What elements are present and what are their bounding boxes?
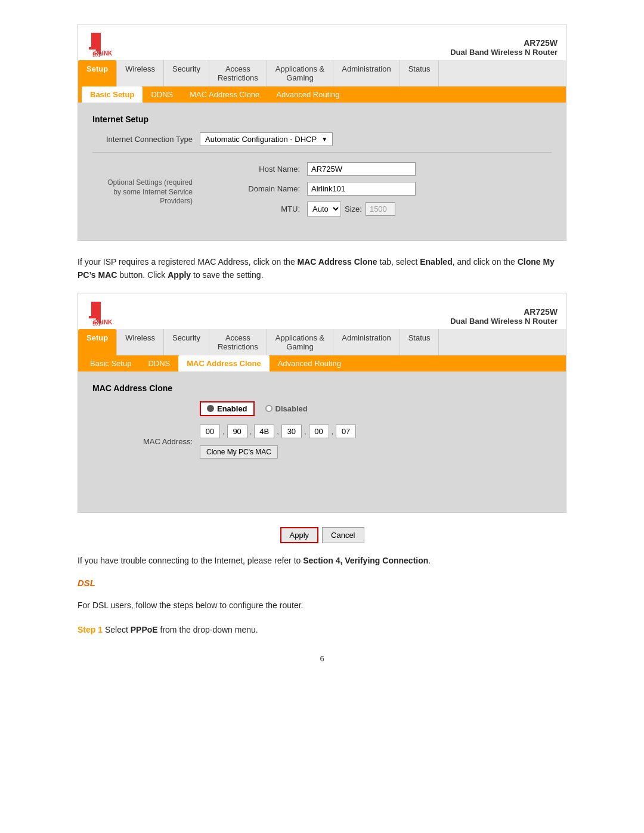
connection-type-dropdown[interactable]: Automatic Configuration - DHCP ▼ — [200, 132, 333, 146]
page-number: 6 — [48, 654, 596, 663]
step-1-number: Step 1 — [78, 625, 103, 634]
optional-settings-row: Optional Settings (required by some Inte… — [92, 162, 552, 222]
connection-type-row: Internet Connection Type Automatic Confi… — [92, 132, 552, 146]
mac-octet-5[interactable] — [309, 425, 329, 438]
connection-type-value: Automatic Configuration - DHCP — [205, 135, 317, 144]
svg-text:101: 101 — [92, 321, 101, 326]
tab-setup-1[interactable]: Setup — [78, 60, 117, 86]
mtu-label: MTU: — [200, 205, 307, 213]
nav-tabs-row-2: Setup Wireless Security AccessRestrictio… — [78, 329, 566, 355]
dropdown-arrow-icon: ▼ — [321, 136, 327, 143]
logo-area-2: iRLINK ® 101 — [86, 299, 119, 326]
bold-enabled: Enabled — [420, 257, 452, 267]
size-label: Size: — [345, 205, 362, 213]
tab-status-1[interactable]: Status — [400, 60, 439, 86]
radio-filled-icon — [207, 405, 214, 412]
body-text-3: For DSL users, follow the steps below to… — [78, 599, 566, 612]
mac-octet-2[interactable] — [227, 425, 247, 438]
sub-nav-row-2: Basic Setup DDNS MAC Address Clone Advan… — [78, 355, 566, 371]
mac-octet-1[interactable] — [200, 425, 220, 438]
domain-name-input[interactable] — [307, 182, 416, 196]
airlink-logo-2: iRLINK ® 101 — [86, 299, 119, 326]
mac-fields: , , , , , — [200, 425, 356, 438]
tab-wireless-2[interactable]: Wireless — [117, 329, 164, 355]
svg-text:101: 101 — [92, 52, 101, 57]
mac-sep-1: , — [222, 427, 225, 436]
tab-administration-1[interactable]: Administration — [333, 60, 400, 86]
tab-access-2[interactable]: AccessRestrictions — [209, 329, 267, 355]
logo-area: iRLINK ® 101 — [86, 30, 119, 57]
brand-desc-2: Dual Band Wireless N Router — [450, 317, 558, 326]
tab-administration-2[interactable]: Administration — [333, 329, 400, 355]
brand-model-2: AR725W — [450, 307, 558, 317]
host-name-label: Host Name: — [200, 165, 307, 174]
cancel-button[interactable]: Cancel — [322, 527, 364, 543]
sub-tab-advanced-routing-2[interactable]: Advanced Routing — [270, 355, 349, 371]
host-name-input[interactable] — [307, 162, 416, 176]
mac-address-label: MAC Address: — [92, 437, 200, 446]
tab-applications-2[interactable]: Applications &Gaming — [267, 329, 333, 355]
tab-access-1[interactable]: AccessRestrictions — [209, 60, 267, 86]
sub-tab-basic-setup-1[interactable]: Basic Setup — [82, 86, 143, 103]
brand-model-1: AR725W — [450, 38, 558, 48]
mac-sep-5: , — [332, 427, 334, 436]
sub-tab-ddns-2[interactable]: DDNS — [140, 355, 178, 371]
router-panel-1: iRLINK ® 101 AR725W Dual Band Wireless N… — [78, 24, 566, 241]
tab-security-1[interactable]: Security — [164, 60, 209, 86]
tab-wireless-1[interactable]: Wireless — [117, 60, 164, 86]
enabled-label: Enabled — [217, 404, 247, 413]
panel-header-1: iRLINK ® 101 AR725W Dual Band Wireless N… — [78, 24, 566, 60]
connection-type-label: Internet Connection Type — [92, 135, 200, 144]
mac-sep-4: , — [304, 427, 306, 436]
sub-tab-advanced-routing-1[interactable]: Advanced Routing — [268, 86, 348, 103]
sub-tab-ddns-1[interactable]: DDNS — [143, 86, 181, 103]
mtu-select[interactable]: Auto — [307, 202, 341, 216]
panel-body-1: Internet Setup Internet Connection Type … — [78, 103, 566, 240]
enabled-radio[interactable]: Enabled — [200, 401, 255, 416]
tab-applications-1[interactable]: Applications &Gaming — [267, 60, 333, 86]
mac-address-row: MAC Address: , , , , , Clone My PC's MAC — [92, 425, 552, 459]
sub-nav-row-1: Basic Setup DDNS MAC Address Clone Advan… — [78, 86, 566, 103]
sub-tab-basic-setup-2[interactable]: Basic Setup — [82, 355, 140, 371]
enabled-row: Enabled Disabled — [92, 401, 552, 416]
mac-octet-3[interactable] — [254, 425, 274, 438]
clone-mac-button[interactable]: Clone My PC's MAC — [200, 445, 278, 459]
mac-fields-container: , , , , , Clone My PC's MAC — [200, 425, 356, 459]
action-buttons: Apply Cancel — [48, 527, 596, 543]
optional-label: Optional Settings (required by some Inte… — [92, 178, 200, 206]
body-text-2: If you have trouble connecting to the In… — [78, 554, 566, 567]
mtu-size-input[interactable] — [366, 202, 395, 216]
bold-apply: Apply — [168, 270, 191, 280]
tab-security-2[interactable]: Security — [164, 329, 209, 355]
optional-fields: Host Name: Domain Name: MTU: Auto Size: — [200, 162, 416, 222]
mac-sep-2: , — [250, 427, 252, 436]
mac-octet-4[interactable] — [281, 425, 302, 438]
divider-1 — [92, 152, 552, 153]
bold-mac-clone: MAC Address Clone — [298, 257, 377, 267]
sub-tab-mac-clone-1[interactable]: MAC Address Clone — [181, 86, 268, 103]
brand-desc-1: Dual Band Wireless N Router — [450, 48, 558, 57]
step-1: Step 1 Select PPPoE from the drop-down m… — [78, 623, 566, 636]
mac-sep-3: , — [277, 427, 279, 436]
domain-name-row: Domain Name: — [200, 182, 416, 196]
tab-status-2[interactable]: Status — [400, 329, 439, 355]
apply-button[interactable]: Apply — [280, 527, 319, 543]
panel-body-2: MAC Address Clone Enabled Disabled MAC A… — [78, 371, 566, 512]
mtu-controls: Auto Size: — [307, 202, 395, 216]
sub-tab-mac-clone-2[interactable]: MAC Address Clone — [178, 355, 269, 371]
nav-tabs-row-1: Setup Wireless Security AccessRestrictio… — [78, 60, 566, 86]
dsl-heading: DSL — [78, 578, 566, 588]
router-panel-2: iRLINK ® 101 AR725W Dual Band Wireless N… — [78, 293, 566, 513]
radio-row: Enabled Disabled — [200, 401, 314, 416]
radio-empty-icon — [265, 405, 273, 412]
tab-setup-2[interactable]: Setup — [78, 329, 117, 355]
mtu-row: MTU: Auto Size: — [200, 202, 416, 216]
panel-header-2: iRLINK ® 101 AR725W Dual Band Wireless N… — [78, 293, 566, 329]
brand-info-1: AR725W Dual Band Wireless N Router — [450, 38, 558, 57]
disabled-radio[interactable]: Disabled — [259, 402, 314, 415]
bold-section4: Section 4, Verifying Connection — [303, 556, 428, 565]
domain-name-label: Domain Name: — [200, 184, 307, 193]
host-name-row: Host Name: — [200, 162, 416, 176]
mac-octet-6[interactable] — [336, 425, 356, 438]
disabled-label: Disabled — [275, 404, 308, 413]
